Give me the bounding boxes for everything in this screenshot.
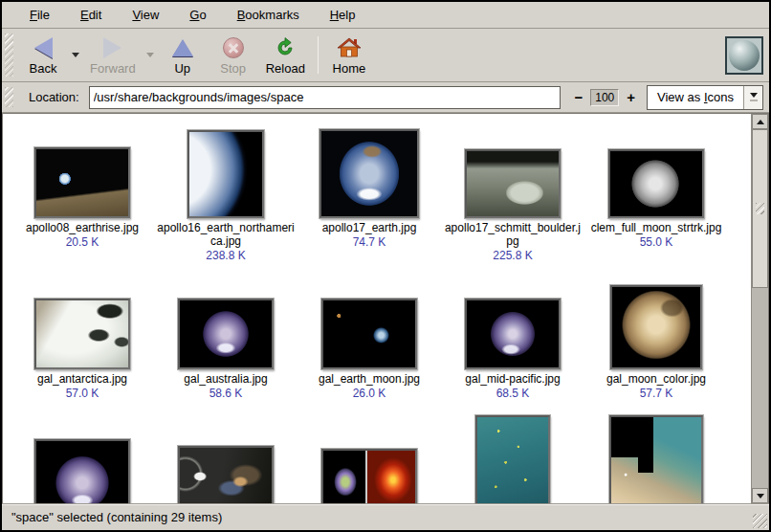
file-thumbnail[interactable] — [34, 147, 130, 218]
toolbar-separator — [318, 36, 319, 74]
file-name: gal_mid-pacific.jpg — [465, 372, 560, 386]
zoom-out-button[interactable]: − — [572, 91, 584, 104]
view-as-combo[interactable]: View as Icons — [647, 85, 763, 110]
arrow-down-icon — [757, 494, 764, 499]
stop-button[interactable]: Stop — [209, 32, 258, 79]
menu-help-label: Help — [330, 8, 356, 22]
file-item-row3-4[interactable] — [441, 408, 584, 503]
file-thumbnail[interactable] — [465, 299, 561, 369]
file-thumbnail[interactable] — [319, 129, 419, 218]
forward-button[interactable]: Forward — [83, 32, 143, 79]
scroll-down-button[interactable] — [752, 488, 768, 503]
menu-help[interactable]: Help — [316, 3, 370, 27]
menu-edit-label: Edit — [80, 8, 101, 22]
file-thumbnail[interactable] — [608, 149, 704, 218]
file-row-2: gal_antarctica.jpg 57.0 K gal_australia.… — [11, 281, 728, 401]
file-thumbnail[interactable] — [609, 415, 703, 503]
status-text: "space" selected (containing 29 items) — [11, 510, 222, 524]
file-size: 57.0 K — [66, 387, 99, 401]
toolbar-grip[interactable] — [5, 33, 13, 77]
file-name: apollo08_earthrise.jpg — [26, 221, 139, 234]
file-thumbnail[interactable] — [34, 299, 130, 369]
menu-view[interactable]: View — [118, 3, 173, 27]
scroll-up-button[interactable] — [752, 114, 768, 129]
file-name: apollo16_earth_northamerica.jpg — [155, 221, 297, 248]
file-item-row3-2[interactable] — [154, 408, 297, 503]
file-thumbnail[interactable] — [187, 130, 264, 218]
throbber[interactable] — [725, 36, 763, 75]
file-item-row3-1[interactable] — [11, 408, 154, 503]
file-item-clem-full-moon[interactable]: clem_full_moon_strtrk.jpg 55.0 K — [584, 132, 728, 263]
forward-dropdown-arrow[interactable] — [143, 32, 157, 79]
file-name: gal_moon_color.jpg — [606, 372, 706, 386]
file-item-apollo16-earth-northamerica[interactable]: apollo16_earth_northamerica.jpg 238.8 K — [154, 132, 297, 263]
file-size: 26.0 K — [353, 387, 386, 401]
file-thumbnail[interactable] — [178, 446, 274, 503]
file-thumbnail[interactable] — [610, 285, 702, 369]
scrollbar-thumb[interactable] — [752, 129, 768, 288]
stop-label: Stop — [220, 61, 246, 77]
file-size: 238.8 K — [206, 249, 245, 263]
menu-view-label: View — [132, 8, 159, 22]
zoom-in-button[interactable]: + — [625, 91, 637, 104]
file-size: 74.7 K — [353, 235, 386, 250]
reload-label: Reload — [266, 61, 305, 77]
file-name: gal_antarctica.jpg — [37, 372, 127, 386]
menu-bar: File Edit View Go Bookmarks Help — [2, 2, 769, 29]
forward-label: Forward — [90, 61, 136, 77]
file-item-apollo17-schmitt-boulder[interactable]: apollo17_schmitt_boulder.jpg 225.8 K — [441, 132, 584, 263]
file-row-3 — [11, 408, 728, 503]
file-thumbnail[interactable] — [321, 449, 417, 503]
menu-bookmarks-label: Bookmarks — [237, 8, 299, 22]
up-button[interactable]: Up — [158, 32, 208, 79]
back-dropdown-arrow[interactable] — [69, 32, 82, 79]
menu-go[interactable]: Go — [175, 3, 220, 27]
zoom-controls: − 100 + — [572, 89, 637, 106]
file-size: 20.5 K — [66, 235, 99, 250]
zoom-level-indicator[interactable]: 100 — [590, 89, 619, 106]
file-item-gal-earth-moon[interactable]: gal_earth_moon.jpg 26.0 K — [297, 281, 441, 401]
resize-grip[interactable] — [753, 514, 767, 528]
file-item-apollo08-earthrise[interactable]: apollo08_earthrise.jpg 20.5 K — [11, 132, 154, 263]
file-thumbnail[interactable] — [465, 149, 561, 218]
file-item-row3-3[interactable] — [297, 408, 441, 503]
file-item-gal-moon-color[interactable]: gal_moon_color.jpg 57.7 K — [584, 281, 728, 401]
scrollbar-grip-icon — [756, 203, 764, 214]
location-input[interactable] — [89, 86, 562, 109]
file-item-row3-5[interactable] — [584, 408, 728, 503]
location-bar: Location: − 100 + View as Icons — [2, 82, 769, 113]
file-item-gal-mid-pacific[interactable]: gal_mid-pacific.jpg 68.5 K — [441, 281, 584, 401]
file-size: 57.7 K — [640, 387, 673, 401]
file-item-apollo17-earth[interactable]: apollo17_earth.jpg 74.7 K — [297, 132, 441, 263]
file-item-gal-australia[interactable]: gal_australia.jpg 58.6 K — [154, 281, 297, 401]
file-name: gal_earth_moon.jpg — [319, 372, 420, 386]
icon-view[interactable]: apollo08_earthrise.jpg 20.5 K apollo16_e… — [2, 113, 769, 503]
file-thumbnail[interactable] — [178, 299, 274, 369]
file-size: 58.6 K — [209, 387, 243, 401]
menu-edit[interactable]: Edit — [66, 3, 116, 27]
home-button[interactable]: Home — [324, 32, 374, 79]
toolbar: Back Forward Up Stop Reload — [2, 29, 769, 82]
home-icon — [337, 34, 362, 61]
location-bar-grip[interactable] — [5, 87, 13, 107]
file-thumbnail[interactable] — [34, 439, 130, 503]
view-as-dropdown-button[interactable] — [743, 86, 762, 109]
vertical-scrollbar[interactable] — [751, 114, 768, 503]
back-button[interactable]: Back — [18, 32, 68, 79]
location-label: Location: — [29, 90, 79, 104]
back-label: Back — [30, 61, 57, 77]
file-name: apollo17_schmitt_boulder.jpg — [442, 221, 584, 248]
file-thumbnail[interactable] — [475, 415, 550, 503]
file-thumbnail[interactable] — [321, 299, 417, 369]
throbber-sphere-icon — [729, 40, 760, 71]
file-manager-window: File Edit View Go Bookmarks Help Back Fo… — [0, 0, 771, 532]
chevron-down-icon — [750, 93, 758, 98]
file-size: 68.5 K — [496, 387, 530, 401]
status-bar: "space" selected (containing 29 items) — [2, 503, 769, 530]
forward-icon — [103, 34, 121, 61]
file-item-gal-antarctica[interactable]: gal_antarctica.jpg 57.0 K — [11, 281, 154, 401]
reload-button[interactable]: Reload — [259, 32, 312, 79]
menu-file[interactable]: File — [15, 3, 64, 27]
file-name: gal_australia.jpg — [184, 372, 267, 386]
menu-bookmarks[interactable]: Bookmarks — [223, 3, 314, 27]
